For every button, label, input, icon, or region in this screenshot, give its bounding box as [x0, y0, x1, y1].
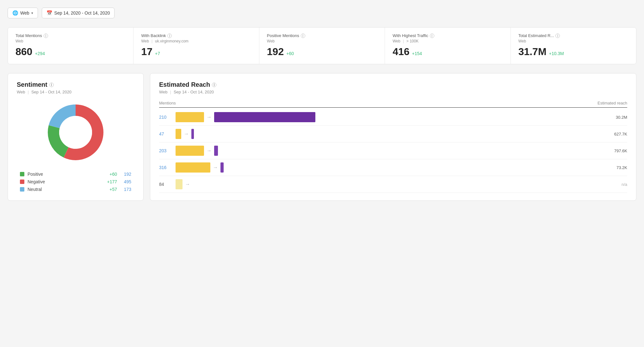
metric-sub-4: Web | > 100K — [393, 39, 503, 43]
metric-value-1: 860 — [15, 46, 32, 58]
arrow-icon-4: → — [213, 165, 218, 170]
bar-area-5: → — [176, 179, 604, 189]
metric-delta-5: +10.3M — [549, 51, 564, 56]
calendar-icon: 📅 — [46, 10, 53, 16]
reach-value-5: n/a — [608, 182, 627, 187]
legend-neutral: Neutral +57 173 — [20, 187, 131, 192]
date-range-label: Sep 14, 2020 - Oct 14, 2020 — [54, 10, 110, 16]
reach-value-3: 797.6K — [608, 148, 627, 153]
mentions-bar-2 — [176, 129, 181, 139]
sentiment-title: Sentiment i — [17, 81, 134, 88]
arrow-icon-3: → — [207, 148, 212, 154]
positive-delta: +60 — [104, 172, 117, 177]
legend-positive: Positive +60 192 — [20, 172, 131, 177]
mentions-bar-4 — [176, 162, 210, 173]
chevron-down-icon: ▾ — [31, 11, 33, 15]
reach-sub: Web | Sep 14 - Oct 14, 2020 — [159, 90, 627, 94]
reach-mentions-5: 84 — [159, 182, 172, 187]
reach-row-1: 210 → 30.2M — [159, 109, 627, 126]
metric-delta-2: +7 — [155, 51, 160, 56]
metric-title-3: Positive Mentions i — [267, 33, 377, 38]
metric-delta-1: +294 — [35, 51, 45, 56]
metric-title-1: Total Mentions i — [15, 33, 126, 38]
reach-value-1: 30.2M — [608, 115, 627, 120]
metrics-row: Total Mentions i Web 860 +294 With Backl… — [8, 27, 636, 64]
reach-row-3: 203 → 797.6K — [159, 142, 627, 159]
donut-chart-container — [17, 101, 134, 164]
metric-total-mentions: Total Mentions i Web 860 +294 — [8, 28, 133, 64]
arrow-icon-2: → — [184, 131, 189, 137]
metric-value-2: 17 — [141, 46, 152, 58]
reach-bar-2 — [191, 129, 194, 139]
sentiment-legend: Positive +60 192 Negative +177 495 Neutr… — [17, 172, 134, 192]
reach-value-2: 627.7K — [608, 132, 627, 136]
negative-label: Negative — [28, 179, 101, 184]
globe-icon: 🌐 — [12, 10, 18, 16]
col-mentions-label: Mentions — [159, 101, 176, 105]
legend-negative: Negative +177 495 — [20, 179, 131, 184]
metric-delta-3: +60 — [286, 51, 294, 56]
reach-mentions-4[interactable]: 316 — [159, 165, 172, 170]
neutral-dot — [20, 187, 24, 192]
arrow-icon-5: → — [185, 181, 190, 187]
neutral-count[interactable]: 173 — [120, 187, 131, 192]
reach-table-header: Mentions Estimated reach — [159, 101, 627, 108]
metric-sub-5: Web — [518, 39, 629, 43]
positive-label: Positive — [28, 172, 101, 177]
negative-delta: +177 — [104, 179, 117, 184]
bar-area-4: → — [176, 162, 604, 173]
reach-bar-wrap-3 — [214, 146, 604, 156]
sentiment-sub: Web | Sep 14 - Oct 14, 2020 — [17, 90, 134, 94]
metric-title-5: Total Estimated R... i — [518, 33, 629, 38]
metric-positive-mentions: Positive Mentions i Web 192 +60 — [259, 28, 385, 64]
info-icon-2[interactable]: i — [167, 34, 172, 38]
donut-chart — [44, 101, 107, 164]
reach-bar-1 — [214, 112, 315, 122]
arrow-icon-1: → — [207, 114, 212, 120]
info-icon-4[interactable]: i — [430, 34, 434, 38]
metric-value-row-5: 31.7M +10.3M — [518, 46, 629, 58]
date-filter-btn[interactable]: 📅 Sep 14, 2020 - Oct 14, 2020 — [42, 8, 115, 18]
neutral-label: Neutral — [28, 187, 101, 192]
positive-dot — [20, 172, 24, 176]
reach-value-4: 73.2K — [608, 165, 627, 170]
metric-value-row-4: 416 +154 — [393, 46, 503, 58]
reach-mentions-3[interactable]: 203 — [159, 148, 172, 153]
charts-row: Sentiment i Web | Sep 14 - Oct 14, 2020 … — [8, 73, 636, 201]
bar-area-3: → — [176, 146, 604, 156]
neutral-delta: +57 — [104, 187, 117, 192]
info-icon-5[interactable]: i — [555, 34, 560, 38]
svg-point-3 — [59, 116, 92, 149]
metric-value-4: 416 — [393, 46, 409, 58]
col-reach-label: Estimated reach — [598, 101, 627, 105]
mentions-bar-5 — [176, 179, 183, 189]
reach-row-4: 316 → 73.2K — [159, 159, 627, 176]
reach-bar-wrap-4 — [220, 162, 604, 173]
source-label: Web — [20, 10, 29, 16]
metric-value-5: 31.7M — [518, 46, 547, 58]
metric-with-backlink: With Backlink i Web | uk.virginmoney.com… — [133, 28, 259, 64]
reach-card: Estimated Reach i Web | Sep 14 - Oct 14,… — [150, 73, 636, 201]
negative-count[interactable]: 495 — [120, 179, 131, 184]
reach-title: Estimated Reach i — [159, 81, 627, 88]
negative-dot — [20, 180, 24, 184]
mentions-bar-1 — [176, 112, 204, 122]
info-icon-3[interactable]: i — [301, 34, 305, 38]
reach-info-icon[interactable]: i — [212, 83, 216, 87]
reach-bar-wrap-1 — [214, 112, 604, 122]
metric-highest-traffic: With Highest Traffic i Web | > 100K 416 … — [385, 28, 511, 64]
sentiment-card: Sentiment i Web | Sep 14 - Oct 14, 2020 … — [8, 73, 144, 201]
reach-bar-wrap-2 — [191, 129, 604, 139]
metric-sub-2: Web | uk.virginmoney.com — [141, 39, 251, 43]
info-icon-1[interactable]: i — [44, 34, 48, 38]
reach-mentions-2[interactable]: 47 — [159, 131, 172, 136]
reach-row-2: 47 → 627.7K — [159, 126, 627, 142]
positive-count[interactable]: 192 — [120, 172, 131, 177]
reach-row-5: 84 → n/a — [159, 176, 627, 193]
bar-area-1: → — [176, 112, 604, 122]
metric-value-row-2: 17 +7 — [141, 46, 251, 58]
source-filter-btn[interactable]: 🌐 Web ▾ — [8, 8, 38, 18]
metric-value-row-1: 860 +294 — [15, 46, 126, 58]
sentiment-info-icon[interactable]: i — [49, 83, 54, 87]
reach-mentions-1[interactable]: 210 — [159, 115, 172, 120]
